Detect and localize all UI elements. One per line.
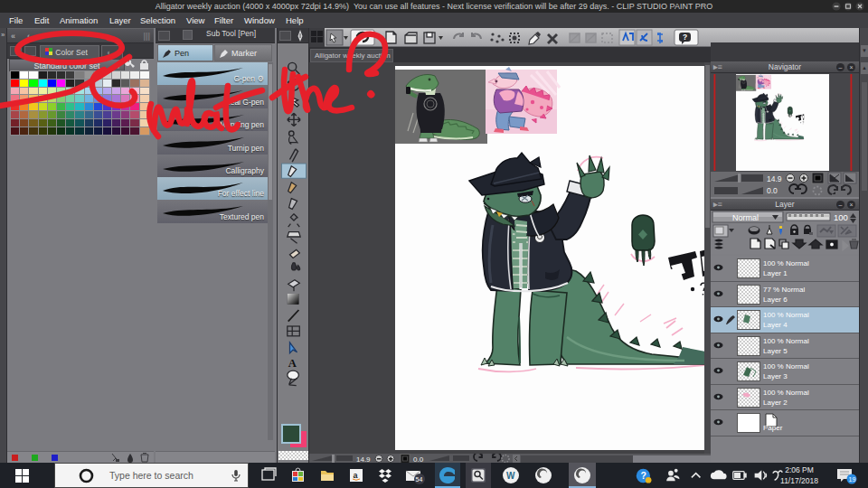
svg-text:54: 54	[416, 476, 423, 483]
svg-text:19: 19	[849, 476, 856, 483]
svg-text:0.0: 0.0	[767, 186, 778, 195]
svg-text:Normal: Normal	[732, 213, 759, 222]
svg-text:A: A	[288, 357, 297, 370]
svg-text:W: W	[506, 471, 515, 481]
svg-text:14.9: 14.9	[767, 174, 782, 183]
svg-text:100: 100	[834, 212, 848, 222]
svg-text:?: ?	[683, 33, 687, 42]
